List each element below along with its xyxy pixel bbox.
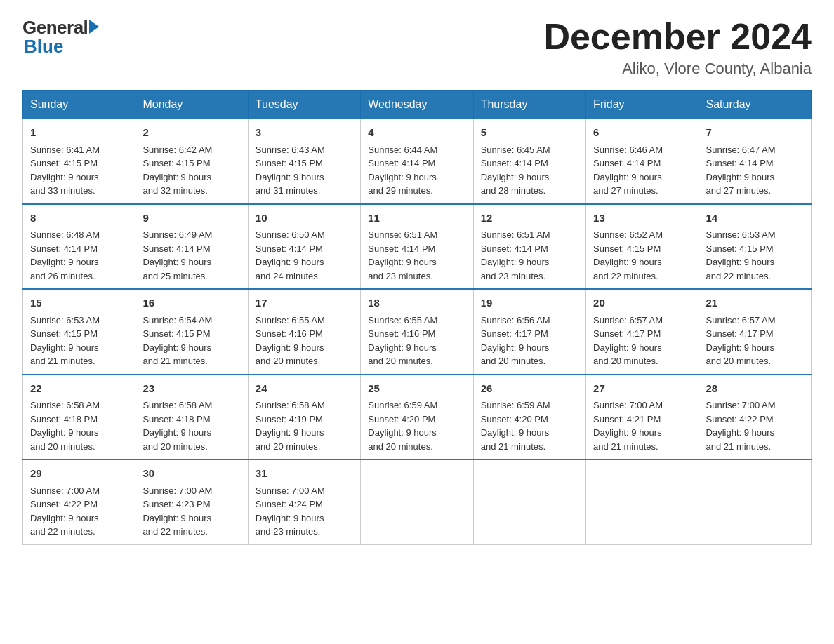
day-number: 28: [706, 381, 804, 397]
day-number: 31: [256, 466, 353, 482]
day-number: 22: [30, 381, 128, 397]
day-number: 23: [143, 381, 240, 397]
day-number: 14: [706, 210, 804, 227]
day-info: Sunrise: 6:43 AMSunset: 4:15 PMDaylight:…: [256, 145, 325, 196]
day-info: Sunrise: 6:59 AMSunset: 4:20 PMDaylight:…: [368, 400, 437, 452]
day-info: Sunrise: 6:53 AMSunset: 4:15 PMDaylight:…: [706, 229, 776, 281]
location-subtitle: Aliko, Vlore County, Albania: [543, 60, 812, 78]
day-info: Sunrise: 7:00 AMSunset: 4:22 PMDaylight:…: [706, 400, 776, 452]
day-number: 19: [481, 295, 578, 311]
table-row: 26 Sunrise: 6:59 AMSunset: 4:20 PMDaylig…: [473, 375, 585, 460]
calendar-week-row: 1 Sunrise: 6:41 AMSunset: 4:15 PMDayligh…: [23, 119, 812, 204]
day-info: Sunrise: 6:44 AMSunset: 4:14 PMDaylight:…: [368, 145, 437, 196]
day-info: Sunrise: 7:00 AMSunset: 4:24 PMDaylight:…: [256, 485, 325, 537]
day-number: 2: [143, 125, 240, 141]
day-number: 26: [481, 381, 578, 397]
table-row: 11 Sunrise: 6:51 AMSunset: 4:14 PMDaylig…: [361, 204, 473, 290]
calendar-header-row: Sunday Monday Tuesday Wednesday Thursday…: [23, 91, 812, 119]
col-wednesday: Wednesday: [361, 91, 473, 119]
day-info: Sunrise: 6:50 AMSunset: 4:14 PMDaylight:…: [256, 229, 325, 281]
table-row: 10 Sunrise: 6:50 AMSunset: 4:14 PMDaylig…: [248, 204, 360, 290]
calendar-week-row: 15 Sunrise: 6:53 AMSunset: 4:15 PMDaylig…: [23, 289, 812, 375]
table-row: 18 Sunrise: 6:55 AMSunset: 4:16 PMDaylig…: [361, 289, 473, 375]
day-info: Sunrise: 7:00 AMSunset: 4:21 PMDaylight:…: [593, 400, 663, 452]
table-row: 6 Sunrise: 6:46 AMSunset: 4:14 PMDayligh…: [586, 119, 699, 204]
table-row: 13 Sunrise: 6:52 AMSunset: 4:15 PMDaylig…: [586, 204, 699, 290]
table-row: 28 Sunrise: 7:00 AMSunset: 4:22 PMDaylig…: [699, 375, 811, 460]
col-monday: Monday: [135, 91, 248, 119]
day-info: Sunrise: 6:49 AMSunset: 4:14 PMDaylight:…: [143, 229, 212, 281]
col-thursday: Thursday: [473, 91, 585, 119]
day-number: 20: [593, 295, 691, 311]
table-row: 21 Sunrise: 6:57 AMSunset: 4:17 PMDaylig…: [699, 289, 811, 375]
table-row: 17 Sunrise: 6:55 AMSunset: 4:16 PMDaylig…: [248, 289, 360, 375]
day-number: 6: [593, 125, 691, 141]
table-row: 19 Sunrise: 6:56 AMSunset: 4:17 PMDaylig…: [473, 289, 585, 375]
table-row: [473, 459, 585, 544]
table-row: 3 Sunrise: 6:43 AMSunset: 4:15 PMDayligh…: [248, 119, 360, 204]
day-number: 5: [481, 125, 578, 141]
col-sunday: Sunday: [23, 91, 135, 119]
table-row: 16 Sunrise: 6:54 AMSunset: 4:15 PMDaylig…: [135, 289, 248, 375]
day-info: Sunrise: 7:00 AMSunset: 4:22 PMDaylight:…: [30, 485, 100, 537]
logo-blue-text: Blue: [24, 36, 63, 58]
day-number: 27: [593, 381, 691, 397]
table-row: 27 Sunrise: 7:00 AMSunset: 4:21 PMDaylig…: [586, 375, 699, 460]
table-row: 12 Sunrise: 6:51 AMSunset: 4:14 PMDaylig…: [473, 204, 585, 290]
col-tuesday: Tuesday: [248, 91, 360, 119]
day-number: 30: [143, 466, 240, 482]
day-info: Sunrise: 6:41 AMSunset: 4:15 PMDaylight:…: [30, 145, 100, 196]
day-number: 15: [30, 295, 128, 311]
day-number: 3: [256, 125, 353, 141]
day-info: Sunrise: 6:57 AMSunset: 4:17 PMDaylight:…: [706, 315, 776, 367]
table-row: 8 Sunrise: 6:48 AMSunset: 4:14 PMDayligh…: [23, 204, 135, 290]
table-row: 9 Sunrise: 6:49 AMSunset: 4:14 PMDayligh…: [135, 204, 248, 290]
table-row: 24 Sunrise: 6:58 AMSunset: 4:19 PMDaylig…: [248, 375, 360, 460]
day-info: Sunrise: 6:48 AMSunset: 4:14 PMDaylight:…: [30, 229, 100, 281]
table-row: 7 Sunrise: 6:47 AMSunset: 4:14 PMDayligh…: [699, 119, 811, 204]
table-row: [586, 459, 699, 544]
day-info: Sunrise: 6:53 AMSunset: 4:15 PMDaylight:…: [30, 315, 100, 367]
table-row: 31 Sunrise: 7:00 AMSunset: 4:24 PMDaylig…: [248, 459, 360, 544]
day-number: 29: [30, 466, 128, 482]
page-header: General Blue December 2024 Aliko, Vlore …: [22, 17, 812, 78]
day-number: 7: [706, 125, 804, 141]
table-row: 30 Sunrise: 7:00 AMSunset: 4:23 PMDaylig…: [135, 459, 248, 544]
table-row: 5 Sunrise: 6:45 AMSunset: 4:14 PMDayligh…: [473, 119, 585, 204]
logo-triangle-icon: [89, 20, 99, 34]
day-info: Sunrise: 6:54 AMSunset: 4:15 PMDaylight:…: [143, 315, 212, 367]
day-number: 16: [143, 295, 240, 311]
table-row: [361, 459, 473, 544]
day-info: Sunrise: 6:58 AMSunset: 4:19 PMDaylight:…: [256, 400, 325, 452]
calendar-table: Sunday Monday Tuesday Wednesday Thursday…: [22, 90, 812, 545]
day-info: Sunrise: 6:58 AMSunset: 4:18 PMDaylight:…: [143, 400, 212, 452]
table-row: 4 Sunrise: 6:44 AMSunset: 4:14 PMDayligh…: [361, 119, 473, 204]
day-info: Sunrise: 6:51 AMSunset: 4:14 PMDaylight:…: [368, 229, 437, 281]
day-info: Sunrise: 6:56 AMSunset: 4:17 PMDaylight:…: [481, 315, 550, 367]
day-number: 11: [368, 210, 465, 227]
day-info: Sunrise: 7:00 AMSunset: 4:23 PMDaylight:…: [143, 485, 212, 537]
day-info: Sunrise: 6:45 AMSunset: 4:14 PMDaylight:…: [481, 145, 550, 196]
day-number: 1: [30, 125, 128, 141]
day-info: Sunrise: 6:52 AMSunset: 4:15 PMDaylight:…: [593, 229, 663, 281]
table-row: 1 Sunrise: 6:41 AMSunset: 4:15 PMDayligh…: [23, 119, 135, 204]
table-row: 2 Sunrise: 6:42 AMSunset: 4:15 PMDayligh…: [135, 119, 248, 204]
calendar-week-row: 8 Sunrise: 6:48 AMSunset: 4:14 PMDayligh…: [23, 204, 812, 290]
table-row: 15 Sunrise: 6:53 AMSunset: 4:15 PMDaylig…: [23, 289, 135, 375]
day-info: Sunrise: 6:59 AMSunset: 4:20 PMDaylight:…: [481, 400, 550, 452]
day-number: 25: [368, 381, 465, 397]
table-row: 22 Sunrise: 6:58 AMSunset: 4:18 PMDaylig…: [23, 375, 135, 460]
day-info: Sunrise: 6:57 AMSunset: 4:17 PMDaylight:…: [593, 315, 663, 367]
month-year-title: December 2024: [543, 17, 812, 57]
col-saturday: Saturday: [699, 91, 811, 119]
day-info: Sunrise: 6:58 AMSunset: 4:18 PMDaylight:…: [30, 400, 100, 452]
table-row: 25 Sunrise: 6:59 AMSunset: 4:20 PMDaylig…: [361, 375, 473, 460]
day-info: Sunrise: 6:46 AMSunset: 4:14 PMDaylight:…: [593, 145, 663, 196]
table-row: 29 Sunrise: 7:00 AMSunset: 4:22 PMDaylig…: [23, 459, 135, 544]
day-number: 21: [706, 295, 804, 311]
day-info: Sunrise: 6:51 AMSunset: 4:14 PMDaylight:…: [481, 229, 550, 281]
day-number: 13: [593, 210, 691, 227]
day-number: 18: [368, 295, 465, 311]
day-info: Sunrise: 6:42 AMSunset: 4:15 PMDaylight:…: [143, 145, 212, 196]
day-number: 17: [256, 295, 353, 311]
